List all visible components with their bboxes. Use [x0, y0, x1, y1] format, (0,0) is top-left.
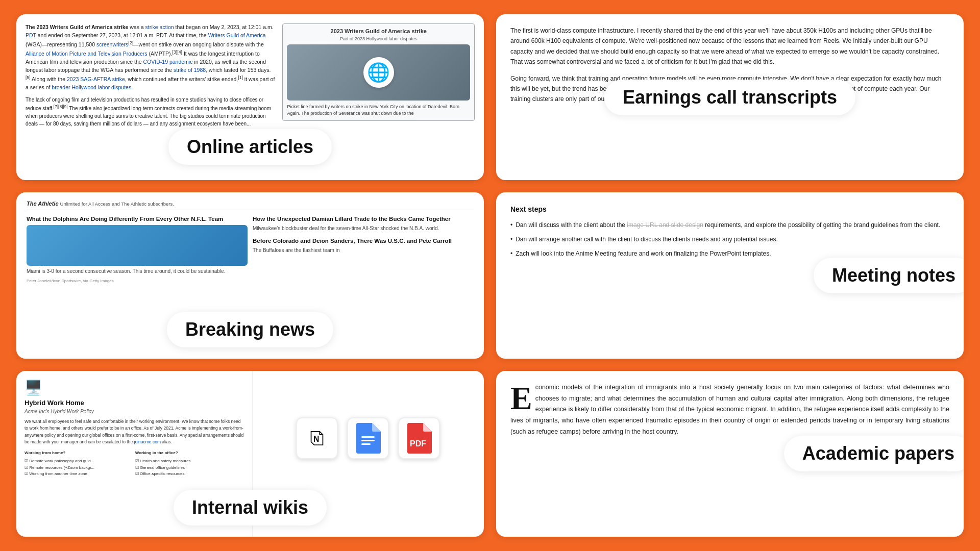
- meeting-notes-label: Meeting notes: [814, 258, 964, 293]
- bullet-2: •: [510, 235, 512, 245]
- news-title-3: Before Colorado and Deion Sanders, There…: [253, 237, 474, 245]
- notion-icon[interactable]: N: [296, 417, 338, 459]
- pdf-icon[interactable]: PDF: [398, 417, 440, 459]
- wiki-text-left: The 2023 Writers Guild of America strike…: [26, 23, 275, 139]
- wiki-doc-title: Hybrid Work Home: [24, 399, 244, 407]
- online-articles-label: Online articles: [168, 129, 332, 165]
- strikethrough-text: image URL and slide design: [627, 221, 703, 229]
- news-body-3: The Buffaloes are the flashiest team in: [253, 247, 474, 254]
- main-grid: The 2023 Writers Guild of America strike…: [0, 0, 980, 551]
- internal-wikis-label: Internal wikis: [174, 490, 327, 525]
- meeting-point-2-text: Dan will arrange another call with the c…: [516, 235, 778, 245]
- news-grid: What the Dolphins Are Doing Differently …: [27, 215, 474, 283]
- academic-papers-card: Economic models of the integration of im…: [496, 371, 964, 537]
- news-body-1: Miami is 3-0 for a second consecutive se…: [27, 268, 248, 275]
- wiki-doc-sub: Acme Inc's Hybrid Work Policy: [24, 409, 244, 414]
- svg-rect-2: [361, 436, 375, 438]
- news-item-2: How the Unexpected Damian Lillard Trade …: [253, 215, 474, 232]
- news-img-1: [27, 225, 248, 266]
- wiki-strike-photo: 🌐: [287, 44, 470, 101]
- svg-rect-3: [361, 440, 375, 441]
- academic-papers-label: Academic papers: [784, 436, 964, 471]
- athletic-header: The Athletic Unlimited for All Access an…: [27, 201, 474, 210]
- news-title-1: What the Dolphins Are Doing Differently …: [27, 215, 248, 223]
- news-col-right: How the Unexpected Damian Lillard Trade …: [253, 215, 474, 283]
- wiki-intro-text: was a strike action that began on May 2,…: [26, 24, 275, 90]
- wiki-bold-title: The 2023 Writers Guild of America strike: [26, 24, 128, 30]
- breaking-news-label: Breaking news: [167, 312, 333, 347]
- internal-wikis-card: 🖥️ Hybrid Work Home Acme Inc's Hybrid Wo…: [16, 371, 484, 537]
- work-from-home-section: Working from home? ☑ Remote work philoso…: [24, 450, 133, 478]
- news-body-2: Milwaukee's blockbuster deal for the sev…: [253, 225, 474, 232]
- meeting-title: Next steps: [510, 204, 949, 215]
- wiki-info-box: 2023 Writers Guild of America strike Par…: [282, 23, 475, 121]
- news-item-1: What the Dolphins Are Doing Differently …: [27, 215, 248, 283]
- news-credit: Peter Joneleit/Icon Sportswire, via Gett…: [27, 279, 248, 283]
- work-in-office-section: Working in the office? ☑ Health and safe…: [135, 450, 244, 478]
- drop-cap: E: [510, 386, 532, 411]
- svg-text:N: N: [313, 435, 319, 443]
- wiki-policy-content: We want all employees to feel safe and c…: [24, 418, 244, 478]
- bullet-3: •: [510, 249, 512, 259]
- img-caption: Picket line formed by writers on strike …: [287, 104, 470, 116]
- earnings-text: The first is world-class compute infrast…: [510, 26, 949, 67]
- online-articles-card: The 2023 Writers Guild of America strike…: [16, 14, 484, 180]
- gdoc-icon[interactable]: [347, 417, 389, 459]
- wiki-right-panel: 2023 Writers Guild of America strike Par…: [282, 23, 475, 139]
- breaking-news-card: The Athletic Unlimited for All Access an…: [16, 192, 484, 358]
- svg-rect-4: [361, 443, 371, 445]
- info-box-title: 2023 Writers Guild of America strike: [287, 28, 470, 34]
- athletic-logo: The Athletic: [27, 201, 59, 207]
- news-item-3: Before Colorado and Deion Sanders, There…: [253, 237, 474, 254]
- meeting-point-1-text: Dan will discuss with the client about t…: [516, 220, 940, 231]
- meeting-point-1: • Dan will discuss with the client about…: [510, 220, 949, 231]
- bullet-1: •: [510, 220, 512, 231]
- news-title-2: How the Unexpected Damian Lillard Trade …: [253, 215, 474, 223]
- meeting-notes-card: Next steps • Dan will discuss with the c…: [496, 192, 964, 358]
- athletic-sub: Unlimited for All Access and The Athleti…: [60, 201, 174, 207]
- earnings-card: The first is world-class compute infrast…: [496, 14, 964, 180]
- academic-text: Economic models of the integration of im…: [510, 382, 949, 438]
- svg-text:PDF: PDF: [410, 439, 426, 448]
- earnings-label: Earnings call transcripts: [604, 80, 855, 115]
- wiki-doc-icon: 🖥️: [24, 379, 244, 396]
- info-box-sub: Part of 2023 Hollywood labor disputes: [287, 36, 470, 41]
- meeting-point-2: • Dan will arrange another call with the…: [510, 235, 949, 245]
- meeting-point-3-text: Zach will look into the Anime Meeting fe…: [516, 249, 771, 259]
